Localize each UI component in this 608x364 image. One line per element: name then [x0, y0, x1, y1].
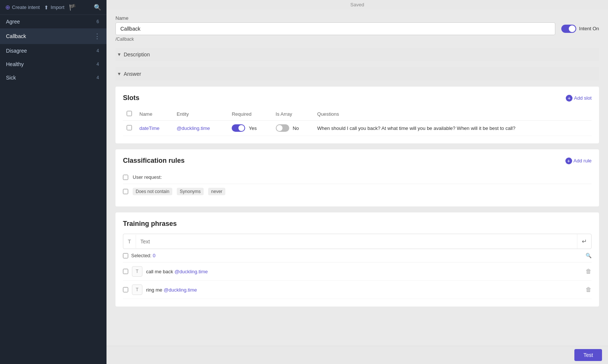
answer-collapse-header[interactable]: ▼ Answer [115, 67, 599, 81]
training-phrases-title: Training phrases [123, 220, 177, 228]
select-all-phrases-checkbox[interactable] [123, 253, 128, 258]
answer-label: Answer [124, 71, 141, 77]
slots-title-row: Slots + Add slot [123, 94, 592, 102]
text-t-icon: T [123, 235, 136, 248]
slot-row-checkbox[interactable] [127, 125, 132, 130]
rule-frequency: never [208, 188, 225, 195]
sidebar-item-callback[interactable]: Callback ⋮ [0, 28, 107, 44]
bottom-bar: Test [107, 346, 608, 364]
more-options-icon[interactable]: ⋮ [94, 32, 101, 40]
phrase-t-icon-1: T [132, 284, 142, 295]
rule-checkbox-0[interactable] [123, 175, 128, 180]
rule-label-0: User request: [133, 174, 162, 180]
delete-phrase-icon-0[interactable]: 🗑 [586, 268, 592, 275]
rule-condition: Does not contain [133, 188, 172, 195]
training-phrase-input-row: T ↵ [123, 234, 592, 249]
sidebar-item-count-healthy: 4 [96, 62, 99, 67]
classification-rules-title-row: Classification rules + Add rule [123, 157, 592, 165]
phrase-row-0: T call me back @duckling.time 🗑 [123, 262, 592, 281]
col-header-is-array: Is Array [272, 108, 314, 121]
training-phrase-input[interactable] [136, 235, 577, 248]
add-rule-button[interactable]: + Add rule [565, 158, 592, 164]
col-header-name: Name [136, 108, 173, 121]
sidebar-item-count-agree: 6 [96, 19, 99, 24]
name-row: Name /Callback Intent On [115, 15, 599, 42]
description-label: Description [124, 52, 150, 57]
sidebar-item-healthy[interactable]: Healthy 4 [0, 57, 107, 71]
import-icon: ⬆ [44, 4, 49, 10]
sidebar-nav: Agree 6 Callback ⋮ Disagree 4 Healthy 4 … [0, 15, 107, 364]
entity-link[interactable]: @duckling.time [177, 125, 210, 131]
questions-text: When should I call you back? At what tim… [314, 121, 592, 136]
intent-on-label: Intent On [579, 26, 599, 31]
description-section: ▼ Description [115, 48, 599, 61]
col-header-entity: Entity [173, 108, 228, 121]
slots-title: Slots [123, 94, 139, 102]
sidebar-item-label-callback: Callback [6, 33, 94, 39]
slots-table: Name Entity Required Is Array Questions … [123, 108, 592, 136]
classification-rules-card: Classification rules + Add rule User req… [115, 149, 599, 206]
col-header-required: Required [228, 108, 272, 121]
sidebar-item-count-disagree: 4 [96, 48, 99, 53]
classification-rules-title: Classification rules [123, 157, 185, 165]
chevron-down-icon: ▼ [117, 52, 121, 57]
sidebar-item-label-disagree: Disagree [6, 48, 96, 54]
main-content: Saved Name /Callback Intent On ▼ Descrip… [107, 0, 608, 364]
is-array-label: No [293, 125, 299, 131]
plus-circle-rule-icon: + [565, 158, 572, 164]
create-intent-button[interactable]: ⊕ Create intent [5, 4, 40, 11]
phrase-checkbox-1[interactable] [123, 287, 128, 292]
plus-icon: ⊕ [5, 4, 10, 11]
test-button[interactable]: Test [574, 349, 602, 361]
saved-bar: Saved [107, 0, 608, 9]
phrase-t-icon-0: T [132, 266, 142, 277]
name-path: /Callback [115, 37, 555, 42]
sidebar-item-sick[interactable]: Sick 4 [0, 71, 107, 84]
rule-row-does-not-contain: Does not contain Synonyms never [123, 184, 592, 199]
sidebar: ⊕ Create intent ⬆ Import 🏴 🔍 Agree 6 Cal… [0, 0, 107, 364]
name-section: Name /Callback Intent On [115, 15, 599, 42]
delete-phrase-icon-1[interactable]: 🗑 [586, 286, 592, 293]
enter-icon[interactable]: ↵ [577, 234, 591, 249]
rule-checkbox-1[interactable] [123, 189, 128, 194]
rule-row-user-request: User request: [123, 171, 592, 184]
phrase-row-1: T ring me @duckling.time 🗑 [123, 281, 592, 299]
search-icon[interactable]: 🔍 [94, 4, 101, 11]
training-phrases-card: Training phrases T ↵ Selected: 0 🔍 T c [115, 212, 599, 307]
import-button[interactable]: ⬆ Import [44, 4, 64, 10]
phrase-checkbox-0[interactable] [123, 269, 128, 274]
search-phrases-icon[interactable]: 🔍 [586, 253, 592, 258]
intent-on-toggle[interactable] [561, 25, 576, 33]
sidebar-item-count-sick: 4 [96, 75, 99, 80]
sidebar-header: ⊕ Create intent ⬆ Import 🏴 🔍 [0, 0, 107, 15]
description-collapse-header[interactable]: ▼ Description [115, 48, 599, 61]
required-toggle[interactable] [232, 124, 245, 132]
col-header-questions: Questions [314, 108, 592, 121]
slots-select-all-checkbox[interactable] [127, 111, 132, 116]
is-array-toggle[interactable] [276, 124, 289, 132]
main-body: Name /Callback Intent On ▼ Description ▼ [107, 9, 608, 335]
selected-row: Selected: 0 🔍 [123, 249, 592, 262]
intent-on-toggle-wrap: Intent On [561, 25, 599, 33]
sidebar-item-disagree[interactable]: Disagree 4 [0, 44, 107, 57]
flag-icon: 🏴 [69, 4, 76, 11]
name-input-wrap: Name /Callback [115, 15, 555, 42]
phrase-text-0: call me back @duckling.time [146, 269, 582, 274]
name-input[interactable] [115, 22, 555, 35]
rule-type: Synonyms [177, 188, 204, 195]
plus-circle-icon: + [566, 95, 572, 102]
sidebar-item-label-healthy: Healthy [6, 61, 96, 67]
answer-section: ▼ Answer [115, 67, 599, 81]
slots-card: Slots + Add slot Name Entity Required Is… [115, 87, 599, 143]
add-slot-button[interactable]: + Add slot [566, 95, 592, 102]
selected-label: Selected: 0 [131, 253, 586, 258]
required-label: Yes [249, 125, 257, 131]
sidebar-item-agree[interactable]: Agree 6 [0, 15, 107, 28]
sidebar-item-label-agree: Agree [6, 19, 96, 25]
table-row: dateTime @duckling.time Yes No When shou… [123, 121, 592, 136]
chevron-down-icon-answer: ▼ [117, 71, 121, 77]
training-phrases-title-row: Training phrases [123, 220, 592, 228]
phrase-text-1: ring me @duckling.time [146, 287, 582, 293]
name-label: Name [115, 15, 555, 21]
slot-name-link[interactable]: dateTime [139, 125, 160, 131]
